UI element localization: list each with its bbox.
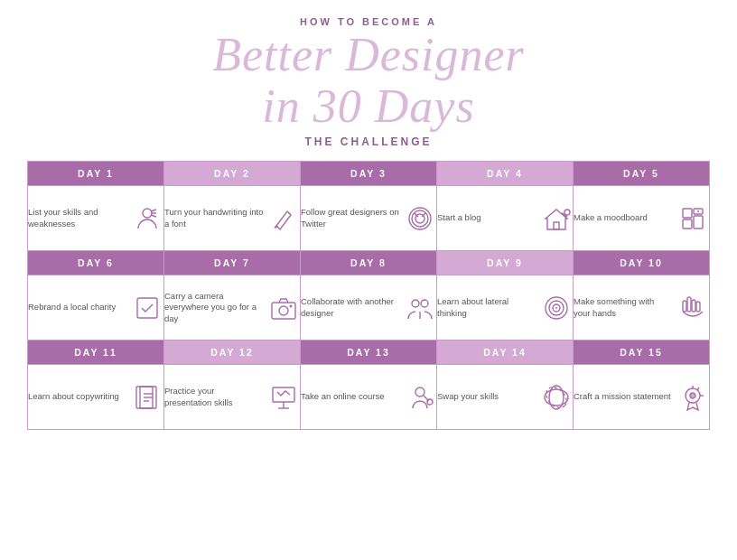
twitter-icon <box>406 204 434 233</box>
camera-icon <box>269 294 298 322</box>
day12-header: DAY 12 <box>164 341 300 364</box>
day1-text: List your skills and weaknesses <box>28 207 131 230</box>
svg-point-22 <box>279 306 288 315</box>
day8-icon <box>404 292 436 324</box>
day3-cell: Follow great designers on Twitter <box>301 186 437 251</box>
svg-point-48 <box>542 383 570 411</box>
online-course-icon <box>406 383 434 412</box>
day3-icon <box>404 202 436 235</box>
day11-icon <box>131 381 163 414</box>
svg-point-13 <box>564 210 570 215</box>
svg-rect-31 <box>687 297 691 312</box>
svg-point-8 <box>412 210 428 227</box>
days-grid: DAY 1 DAY 2 DAY 3 DAY 4 DAY 5 List your … <box>27 161 710 430</box>
content-row-2: Rebrand a local charity Carry a camera e… <box>28 275 710 341</box>
day2-icon <box>267 202 300 235</box>
svg-line-51 <box>697 387 699 390</box>
collaborate-icon <box>406 294 434 322</box>
header-row-3: DAY 11 DAY 12 DAY 13 DAY 14 DAY 15 <box>28 341 710 365</box>
day9-cell: Learn about lateral thinking <box>437 275 574 341</box>
svg-point-24 <box>412 300 419 307</box>
day15-cell: Craft a mission statement <box>574 365 710 430</box>
svg-point-25 <box>421 300 428 307</box>
day2-cell: Turn your handwriting into a font <box>164 186 301 251</box>
day10-text: Make something with your hands <box>574 296 676 320</box>
day14-icon <box>540 381 573 414</box>
mission-icon <box>678 383 707 412</box>
header-row-2: DAY 6 DAY 7 DAY 8 DAY 9 DAY 10 <box>28 251 710 275</box>
title-script: Better Designer in 30 Days <box>212 29 525 132</box>
day2-header: DAY 2 <box>164 162 300 185</box>
day8-text: Collaborate with another designer <box>301 296 404 320</box>
svg-rect-34 <box>683 301 686 312</box>
svg-rect-21 <box>272 303 295 319</box>
day13-text: Take an online course <box>301 391 404 403</box>
day6-cell: Rebrand a local charity <box>28 275 164 341</box>
day10-icon <box>676 292 709 324</box>
svg-rect-14 <box>683 209 692 218</box>
day11-text: Learn about copywriting <box>28 391 131 403</box>
day15-text: Craft a mission statement <box>574 391 676 403</box>
header-row-1: DAY 1 DAY 2 DAY 3 DAY 4 DAY 5 <box>28 162 710 186</box>
day1-cell: List your skills and weaknesses <box>28 186 164 251</box>
svg-line-3 <box>151 215 156 217</box>
day13-cell: Take an online course <box>301 365 437 430</box>
svg-rect-20 <box>137 298 157 318</box>
day1-header: DAY 1 <box>28 162 163 185</box>
day12-icon <box>267 381 300 414</box>
svg-line-1 <box>151 210 156 211</box>
day1-icon <box>131 202 163 235</box>
svg-point-30 <box>555 307 557 309</box>
day11-cell: Learn about copywriting <box>28 365 164 430</box>
day13-icon <box>404 381 436 414</box>
day2-text: Turn your handwriting into a font <box>164 207 267 230</box>
day9-header: DAY 9 <box>437 251 573 275</box>
svg-rect-12 <box>554 222 559 229</box>
how-to-label: HOW TO BECOME A <box>300 16 437 27</box>
day9-icon <box>540 292 573 324</box>
skills-icon <box>133 204 162 233</box>
moodboard-icon <box>678 204 707 233</box>
day14-text: Swap your skills <box>437 391 540 403</box>
day15-icon <box>676 381 709 414</box>
day10-header: DAY 10 <box>574 251 709 275</box>
hands-icon <box>678 294 707 322</box>
day14-cell: Swap your skills <box>437 365 574 430</box>
content-row-1: List your skills and weaknesses <box>28 186 710 251</box>
day14-header: DAY 14 <box>437 341 573 364</box>
day7-text: Carry a camera everywhere you go for a d… <box>164 291 267 325</box>
day12-text: Practice your presentation skills <box>164 386 267 409</box>
rebrand-icon <box>133 294 162 322</box>
day6-header: DAY 6 <box>28 251 163 275</box>
copywriting-icon <box>133 383 162 412</box>
day11-header: DAY 11 <box>28 341 163 364</box>
day15-header: DAY 15 <box>574 341 709 364</box>
svg-line-5 <box>275 227 278 228</box>
lateral-icon <box>542 294 571 322</box>
day5-icon <box>676 202 709 235</box>
day9-text: Learn about lateral thinking <box>437 296 540 320</box>
day4-header: DAY 4 <box>437 162 573 185</box>
day6-text: Rebrand a local charity <box>28 302 131 313</box>
svg-point-46 <box>545 389 568 406</box>
day4-text: Start a blog <box>437 212 540 224</box>
svg-rect-33 <box>696 302 700 312</box>
svg-rect-40 <box>273 387 294 402</box>
handwriting-icon <box>269 204 298 233</box>
day8-header: DAY 8 <box>301 251 436 275</box>
day12-cell: Practice your presentation skills <box>164 365 301 430</box>
svg-point-45 <box>427 399 433 405</box>
svg-rect-16 <box>694 216 703 229</box>
svg-point-0 <box>143 209 152 218</box>
day10-cell: Make something with your hands <box>574 275 710 341</box>
challenge-label: THE CHALLENGE <box>305 135 433 148</box>
day4-icon <box>540 202 573 235</box>
day7-icon <box>267 292 300 324</box>
day7-header: DAY 7 <box>164 251 300 275</box>
svg-rect-32 <box>692 300 695 312</box>
day13-header: DAY 13 <box>301 341 436 364</box>
svg-rect-17 <box>683 219 692 229</box>
swap-icon <box>542 383 571 412</box>
day4-cell: Start a blog <box>437 186 574 251</box>
day6-icon <box>131 292 163 324</box>
